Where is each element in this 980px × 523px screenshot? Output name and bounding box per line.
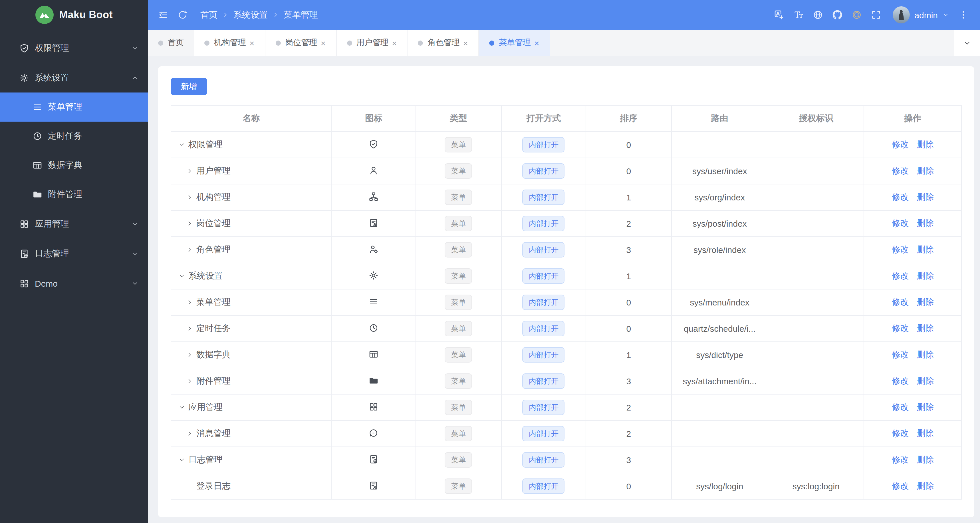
expand-row-icon[interactable] <box>185 166 194 175</box>
delete-link[interactable]: 删除 <box>916 481 934 490</box>
user-menu[interactable]: admin <box>892 6 949 24</box>
edit-link[interactable]: 修改 <box>891 323 908 333</box>
chevron-down-icon <box>131 250 139 257</box>
gitee-icon[interactable] <box>848 5 865 24</box>
table-row: 日志管理菜单内部打开3修改删除 <box>171 447 961 473</box>
delete-link[interactable]: 删除 <box>916 376 934 385</box>
sidebar-item-label: 定时任务 <box>48 131 139 142</box>
delete-link[interactable]: 删除 <box>916 271 934 280</box>
tab-status-dot <box>204 40 210 45</box>
add-button[interactable]: 新增 <box>171 78 207 95</box>
edit-link[interactable]: 修改 <box>891 271 908 280</box>
tab-角色管理[interactable]: 角色管理× <box>408 30 479 56</box>
edit-link[interactable]: 修改 <box>891 349 908 359</box>
open-mode-badge: 内部打开 <box>523 347 565 362</box>
collapse-row-icon[interactable] <box>177 271 186 281</box>
expand-row-icon[interactable] <box>185 376 194 386</box>
edit-link[interactable]: 修改 <box>891 402 908 412</box>
tab-close-icon[interactable]: × <box>250 38 255 47</box>
route-value: sys/menu/index <box>671 289 768 316</box>
tab-用户管理[interactable]: 用户管理× <box>336 30 408 56</box>
translate-icon[interactable] <box>770 5 788 24</box>
delete-link[interactable]: 删除 <box>916 428 934 438</box>
chevron-up-icon <box>131 74 139 81</box>
tab-close-icon[interactable]: × <box>534 38 539 47</box>
edit-link[interactable]: 修改 <box>891 244 908 254</box>
sidebar-item-menu[interactable]: 菜单管理 <box>0 92 148 122</box>
edit-link[interactable]: 修改 <box>891 376 908 385</box>
edit-link[interactable]: 修改 <box>891 428 908 438</box>
tab-首页[interactable]: 首页 <box>148 30 194 56</box>
expand-row-icon[interactable] <box>185 245 194 254</box>
edit-link[interactable]: 修改 <box>891 218 908 228</box>
refresh-icon[interactable] <box>173 5 192 24</box>
edit-link[interactable]: 修改 <box>891 192 908 202</box>
app-grid-icon <box>19 218 29 229</box>
tab-close-icon[interactable]: × <box>321 38 326 47</box>
tab-机构管理[interactable]: 机构管理× <box>194 30 266 56</box>
sidebar-item-schedule[interactable]: 定时任务 <box>0 122 148 151</box>
delete-link[interactable]: 删除 <box>916 454 934 464</box>
kebab-menu-icon[interactable] <box>955 5 972 24</box>
tab-label: 岗位管理 <box>285 38 317 48</box>
edit-link[interactable]: 修改 <box>891 297 908 307</box>
delete-link[interactable]: 删除 <box>916 297 934 307</box>
delete-link[interactable]: 删除 <box>916 218 934 228</box>
tab-岗位管理[interactable]: 岗位管理× <box>266 30 337 56</box>
font-size-icon[interactable] <box>790 5 807 24</box>
sort-value: 0 <box>586 316 671 342</box>
menu-name: 权限管理 <box>188 139 223 150</box>
sidebar-item-dict[interactable]: 数据字典 <box>0 151 148 180</box>
sort-value: 2 <box>586 394 671 421</box>
collapse-row-icon[interactable] <box>177 140 186 149</box>
delete-link[interactable]: 删除 <box>916 244 934 254</box>
delete-link[interactable]: 删除 <box>916 349 934 359</box>
edit-link[interactable]: 修改 <box>891 139 908 149</box>
sort-value: 1 <box>586 342 671 368</box>
expand-row-icon[interactable] <box>185 429 194 438</box>
role-user-icon <box>369 244 379 254</box>
expand-row-icon[interactable] <box>185 350 194 359</box>
chevron-right-icon <box>222 11 229 18</box>
tab-list-dropdown[interactable] <box>954 30 980 56</box>
avatar[interactable] <box>892 6 910 24</box>
edit-link[interactable]: 修改 <box>891 454 908 464</box>
edit-link[interactable]: 修改 <box>891 481 908 490</box>
delete-link[interactable]: 删除 <box>916 323 934 333</box>
sort-value: 0 <box>586 473 671 499</box>
type-badge: 菜单 <box>445 268 472 284</box>
collapse-row-icon[interactable] <box>177 403 186 412</box>
sidebar-collapse-icon[interactable] <box>154 5 173 24</box>
delete-link[interactable]: 删除 <box>916 192 934 202</box>
breadcrumb-home[interactable]: 首页 <box>200 10 218 20</box>
column-header: 打开方式 <box>501 105 586 132</box>
tab-close-icon[interactable]: × <box>392 38 397 47</box>
tab-close-icon[interactable]: × <box>463 38 468 47</box>
type-badge: 菜单 <box>445 190 472 205</box>
breadcrumb-system[interactable]: 系统设置 <box>234 10 268 20</box>
sidebar-item-attachment[interactable]: 附件管理 <box>0 180 148 209</box>
tab-菜单管理[interactable]: 菜单管理× <box>479 30 550 56</box>
route-value: quartz/schedule/i... <box>671 316 768 342</box>
delete-link[interactable]: 删除 <box>916 166 934 175</box>
expand-row-icon[interactable] <box>185 298 194 307</box>
expand-row-icon[interactable] <box>185 193 194 202</box>
topbar-actions: admin <box>770 5 972 24</box>
delete-link[interactable]: 删除 <box>916 402 934 412</box>
sidebar-item-permission[interactable]: 权限管理 <box>0 33 148 63</box>
expand-row-icon[interactable] <box>185 324 194 333</box>
edit-link[interactable]: 修改 <box>891 166 908 175</box>
sidebar-item-app[interactable]: 应用管理 <box>0 209 148 239</box>
delete-link[interactable]: 删除 <box>916 139 934 149</box>
collapse-row-icon[interactable] <box>177 455 186 464</box>
sidebar-item-system[interactable]: 系统设置 <box>0 63 148 92</box>
table-row: 机构管理菜单内部打开1sys/org/index修改删除 <box>171 184 961 210</box>
sidebar-item-demo[interactable]: Demo <box>0 268 148 298</box>
menu-name: 角色管理 <box>196 244 231 255</box>
github-icon[interactable] <box>829 5 846 24</box>
app-logo[interactable]: Maku Boot <box>0 0 148 30</box>
sidebar-item-log[interactable]: 日志管理 <box>0 239 148 268</box>
fullscreen-icon[interactable] <box>867 5 885 24</box>
globe-icon[interactable] <box>809 5 826 24</box>
expand-row-icon[interactable] <box>185 219 194 228</box>
